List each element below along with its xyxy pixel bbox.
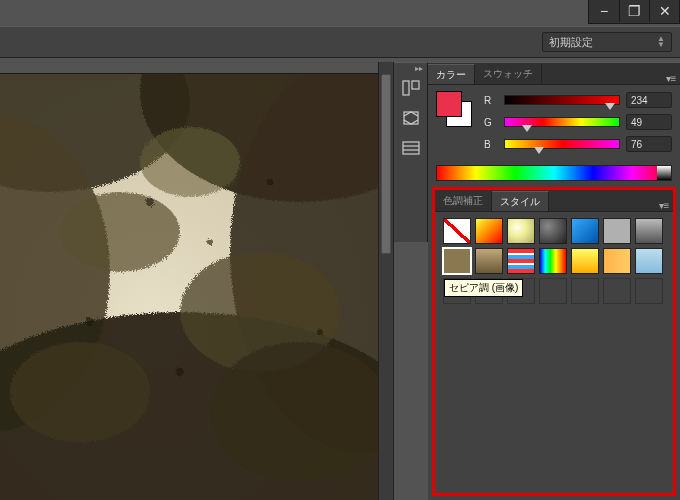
style-swatch[interactable]: [571, 218, 599, 244]
dropdown-arrows-icon: ▲▼: [657, 36, 665, 48]
svg-rect-18: [412, 81, 419, 89]
document-tab-strip: [0, 62, 378, 74]
vertical-scrollbar[interactable]: [378, 62, 394, 500]
slider-track-g[interactable]: [504, 117, 620, 127]
slider-thumb[interactable]: [522, 125, 532, 132]
svg-point-16: [317, 329, 323, 335]
style-swatch[interactable]: [507, 218, 535, 244]
align-panel-icon[interactable]: [398, 77, 424, 99]
collapsed-dock: ▸▸: [394, 62, 428, 242]
style-slot-empty: [635, 278, 663, 304]
slider-thumb[interactable]: [534, 147, 544, 154]
svg-point-15: [176, 368, 184, 376]
foreground-color-swatch[interactable]: [436, 91, 462, 117]
maximize-button[interactable]: ❐: [619, 0, 649, 22]
color-panel: R234G49B76: [428, 85, 680, 161]
style-swatch[interactable]: [603, 218, 631, 244]
right-panels: カラー スウォッチ ▾≡ R234G49B76 色調補正 スタイル ▾≡ セピア…: [428, 62, 680, 500]
slider-value-r[interactable]: 234: [626, 92, 672, 108]
slider-track-b[interactable]: [504, 139, 620, 149]
styles-panel: セピア調 (画像): [435, 212, 673, 310]
fg-bg-swatches[interactable]: [436, 91, 472, 127]
slider-track-r[interactable]: [504, 95, 620, 105]
style-swatch[interactable]: [443, 218, 471, 244]
svg-point-14: [267, 179, 273, 185]
style-swatch[interactable]: [635, 248, 663, 274]
style-slot-empty: [571, 278, 599, 304]
style-swatch[interactable]: [507, 248, 535, 274]
styles-panel-tabs: 色調補正 スタイル ▾≡: [435, 190, 673, 212]
panel-menu-icon[interactable]: ▾≡: [662, 73, 680, 84]
svg-point-12: [207, 239, 213, 245]
dock-expand-handle[interactable]: ▸▸: [394, 63, 427, 73]
window-controls: − ❐ ✕: [588, 0, 680, 24]
tab-color[interactable]: カラー: [428, 64, 475, 84]
layers-panel-icon[interactable]: [398, 107, 424, 129]
color-panel-tabs: カラー スウォッチ ▾≡: [428, 63, 680, 85]
tab-swatches[interactable]: スウォッチ: [475, 64, 542, 84]
style-swatch[interactable]: [539, 248, 567, 274]
slider-row-g: G49: [484, 113, 672, 131]
slider-value-b[interactable]: 76: [626, 136, 672, 152]
svg-point-8: [10, 342, 150, 442]
svg-point-13: [86, 318, 94, 326]
svg-rect-19: [404, 112, 418, 124]
close-button[interactable]: ✕: [649, 0, 679, 22]
minimize-button[interactable]: −: [589, 0, 619, 22]
svg-point-6: [60, 192, 180, 272]
image-viewport[interactable]: [0, 74, 378, 500]
rgb-sliders: R234G49B76: [484, 91, 672, 153]
slider-row-r: R234: [484, 91, 672, 109]
style-swatch[interactable]: セピア調 (画像): [443, 248, 471, 274]
slider-label: G: [484, 117, 498, 128]
tab-adjustments[interactable]: 色調補正: [435, 191, 492, 211]
scrollbar-thumb[interactable]: [381, 74, 391, 254]
workspace-preset-dropdown[interactable]: 初期設定 ▲▼: [542, 32, 672, 52]
slider-value-g[interactable]: 49: [626, 114, 672, 130]
style-swatch[interactable]: [635, 218, 663, 244]
svg-point-11: [146, 198, 154, 206]
slider-row-b: B76: [484, 135, 672, 153]
style-swatch[interactable]: [571, 248, 599, 274]
style-slot-empty: [539, 278, 567, 304]
panel-menu-icon[interactable]: ▾≡: [655, 200, 673, 211]
navigator-panel-icon[interactable]: [398, 137, 424, 159]
workspace-preset-label: 初期設定: [549, 35, 593, 50]
color-spectrum[interactable]: [436, 165, 672, 181]
options-bar: 初期設定 ▲▼: [0, 26, 680, 58]
style-swatch[interactable]: [475, 218, 503, 244]
svg-rect-20: [403, 142, 419, 154]
style-swatch[interactable]: [539, 218, 567, 244]
tab-styles[interactable]: スタイル: [492, 191, 549, 211]
style-swatch[interactable]: [475, 248, 503, 274]
svg-rect-17: [403, 81, 409, 95]
style-slot-empty: [603, 278, 631, 304]
style-tooltip: セピア調 (画像): [444, 279, 523, 297]
slider-label: R: [484, 95, 498, 106]
canvas-area: [0, 62, 378, 500]
slider-thumb[interactable]: [605, 103, 615, 110]
document-image: [0, 74, 378, 500]
svg-point-10: [140, 127, 240, 197]
style-swatch[interactable]: [603, 248, 631, 274]
slider-label: B: [484, 139, 498, 150]
styles-panel-highlight: 色調補正 スタイル ▾≡ セピア調 (画像): [432, 187, 676, 496]
styles-grid: セピア調 (画像): [443, 218, 665, 304]
